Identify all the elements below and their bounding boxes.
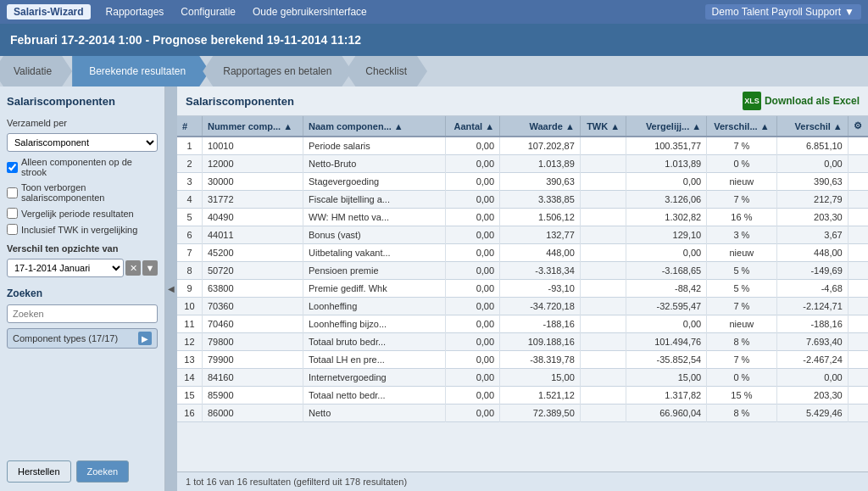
cell-settings (848, 405, 868, 422)
col-header-waarde[interactable]: Waarde ▲ (500, 116, 581, 137)
cell-nummer: 79800 (202, 333, 303, 351)
cell-nr: 3 (177, 173, 202, 191)
cell-verschil: 212,79 (776, 191, 848, 209)
cell-verschil: -149,69 (776, 262, 848, 280)
cell-vergelijk: 1.013,89 (626, 155, 707, 173)
cell-verschilpct: 7 % (707, 191, 776, 209)
cell-naam: Periode salaris (303, 137, 446, 155)
cell-waarde: 1.013,89 (500, 155, 581, 173)
table-header-row: # Nummer comp... ▲ Naam componen... ▲ Aa… (177, 116, 868, 137)
tab-validatie[interactable]: Validatie (0, 56, 72, 86)
cell-verschilpct: 8 % (707, 405, 776, 422)
sidebar-title: Salariscomponenten (7, 95, 158, 108)
header-title: Februari 17-2-2014 1:00 - Prognose berek… (10, 33, 361, 47)
col-header-hash[interactable]: # (177, 116, 202, 137)
cell-settings (848, 244, 868, 262)
checkbox-inclusief[interactable]: Inclusief TWK in vergelijking (7, 224, 158, 235)
cell-nummer: 30000 (202, 173, 303, 191)
cell-verschilpct: nieuw (707, 315, 776, 333)
checkbox-toon[interactable]: Toon verborgen salariscomponenten (7, 182, 158, 203)
table-row: 8 50720 Pensioen premie 0,00 -3.318,34 -… (177, 262, 868, 280)
verschil-clear-button[interactable]: ✕ (125, 260, 141, 276)
col-header-vergelijk[interactable]: Vergelijj... ▲ (626, 116, 707, 137)
cell-waarde: 15,00 (500, 369, 581, 387)
sidebar-collapse-arrow[interactable]: ◀ (165, 86, 177, 491)
cell-vergelijk: -3.168,65 (626, 262, 707, 280)
col-header-nummer[interactable]: Nummer comp... ▲ (202, 116, 303, 137)
cell-aantal: 0,00 (446, 351, 500, 369)
cell-settings (848, 387, 868, 405)
table-row: 7 45200 Uitbetaling vakant... 0,00 448,0… (177, 244, 868, 262)
verschil-dropdown-button[interactable]: ▼ (142, 260, 158, 276)
right-panel: Salariscomponenten XLS Download als Exce… (177, 86, 868, 491)
verschil-label: Verschil ten opzichte van (7, 243, 158, 254)
cell-waarde: 390,63 (500, 173, 581, 191)
cell-aantal: 0,00 (446, 191, 500, 209)
cell-nummer: 70360 (202, 298, 303, 315)
table-row: 6 44011 Bonus (vast) 0,00 132,77 129,10 … (177, 226, 868, 244)
cell-twk (580, 315, 626, 333)
cell-nummer: 31772 (202, 191, 303, 209)
table-row: 9 63800 Premie gediff. Whk 0,00 -93,10 -… (177, 280, 868, 298)
cell-verschilpct: 7 % (707, 298, 776, 315)
cell-nr: 4 (177, 191, 202, 209)
cell-nummer: 79900 (202, 351, 303, 369)
cell-verschilpct: 15 % (707, 387, 776, 405)
cell-nr: 9 (177, 280, 202, 298)
tab-berekende[interactable]: Berekende resultaten (72, 56, 209, 86)
cell-nummer: 86000 (202, 405, 303, 422)
search-input[interactable] (7, 304, 158, 323)
col-header-aantal[interactable]: Aantal ▲ (446, 116, 500, 137)
cell-verschilpct: 3 % (707, 226, 776, 244)
cell-aantal: 0,00 (446, 280, 500, 298)
cell-verschilpct: 8 % (707, 333, 776, 351)
cell-nr: 12 (177, 333, 202, 351)
verschil-row: 17-1-2014 Januari ✕ ▼ (7, 259, 158, 277)
cell-nummer: 70460 (202, 315, 303, 333)
cell-vergelijk: 1.302,82 (626, 209, 707, 226)
cell-vergelijk: 0,00 (626, 173, 707, 191)
tab-rapportages[interactable]: Rapportages en betalen (203, 56, 352, 86)
nav-item-configuratie[interactable]: Configuratie (172, 6, 244, 18)
tab-checklist[interactable]: Checklist (345, 56, 427, 86)
checkbox-alleen[interactable]: Alleen componenten op de strook (7, 157, 158, 177)
cell-vergelijk: -32.595,47 (626, 298, 707, 315)
tabs-bar: Validatie Berekende resultaten Rapportag… (0, 56, 868, 86)
component-types-button[interactable]: Component types (17/17) ▶ (7, 328, 158, 349)
cell-verschilpct: nieuw (707, 173, 776, 191)
herstellen-button[interactable]: Herstellen (7, 460, 71, 483)
cell-vergelijk: 15,00 (626, 369, 707, 387)
table-row: 13 79900 Totaal LH en pre... 0,00 -38.31… (177, 351, 868, 369)
brand-label[interactable]: Salaris-Wizard (7, 4, 91, 20)
verschil-select[interactable]: 17-1-2014 Januari (7, 259, 124, 277)
col-header-twk[interactable]: TWK ▲ (580, 116, 626, 137)
cell-naam: Loonheffing (303, 298, 446, 315)
col-header-verschil[interactable]: Verschil ▲ (776, 116, 848, 137)
download-excel-button[interactable]: XLS Download als Excel (743, 92, 860, 110)
checkbox-vergelijk[interactable]: Vergelijk periode resultaten (7, 208, 158, 219)
zoeken-label: Zoeken (7, 287, 158, 299)
cell-nr: 13 (177, 351, 202, 369)
cell-twk (580, 369, 626, 387)
cell-nummer: 85900 (202, 387, 303, 405)
footer-text: 1 tot 16 van 16 resultaten (gefilterd ui… (177, 471, 868, 491)
verzameld-select[interactable]: Salariscomponent (7, 133, 158, 152)
cell-verschilpct: 0 % (707, 369, 776, 387)
cell-nummer: 63800 (202, 280, 303, 298)
cell-aantal: 0,00 (446, 405, 500, 422)
verzameld-label: Verzameld per (7, 118, 158, 128)
col-header-verschilpct[interactable]: Verschil... ▲ (707, 116, 776, 137)
excel-icon: XLS (743, 92, 761, 110)
col-header-settings[interactable]: ⚙ (848, 116, 868, 137)
cell-vergelijk: 129,10 (626, 226, 707, 244)
cell-settings (848, 280, 868, 298)
nav-item-oude[interactable]: Oude gebruikersinterface (244, 6, 376, 18)
cell-twk (580, 244, 626, 262)
cell-naam: Stagevergoeding (303, 173, 446, 191)
nav-item-rapportages[interactable]: Rapportages (97, 6, 173, 18)
col-header-naam[interactable]: Naam componen... ▲ (303, 116, 446, 137)
cell-nummer: 84160 (202, 369, 303, 387)
cell-aantal: 0,00 (446, 333, 500, 351)
zoeken-button[interactable]: Zoeken (76, 460, 130, 483)
cell-waarde: -3.318,34 (500, 262, 581, 280)
